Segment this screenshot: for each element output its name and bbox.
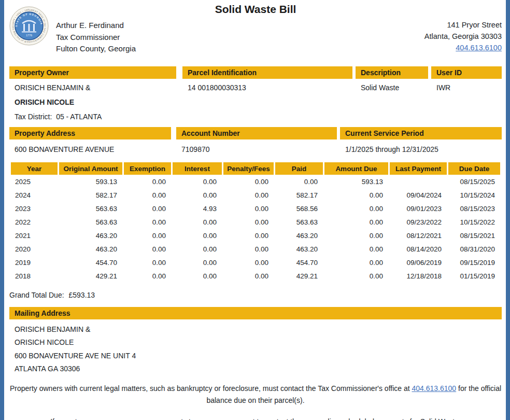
table-cell: 10/15/2022 xyxy=(448,215,500,229)
table-cell: 09/01/2023 xyxy=(390,202,447,215)
header: Solid Waste Bill GREAT SEAL of the TAX C… xyxy=(9,0,502,58)
table-cell: 0.00 xyxy=(124,188,171,202)
right-frame-stripe xyxy=(506,0,510,420)
address-section-values: 600 BONAVENTURE AVENUE 7109870 1/1/2025 … xyxy=(9,145,502,153)
legal-notice: Property owners with current legal matte… xyxy=(9,383,502,407)
table-cell: 08/12/2021 xyxy=(390,229,447,242)
table-cell: 0.00 xyxy=(173,175,222,188)
legal-notice-phone-link[interactable]: 404.613.6100 xyxy=(412,384,457,393)
table-cell: 0.00 xyxy=(324,188,388,202)
col-last-payment: Last Payment xyxy=(390,162,447,175)
table-cell: 563.63 xyxy=(59,215,122,229)
table-cell: 582.17 xyxy=(275,188,323,202)
col-interest: Interest xyxy=(173,162,222,175)
left-frame-stripe xyxy=(0,0,4,420)
table-cell: 582.17 xyxy=(59,188,122,202)
table-cell: 0.00 xyxy=(223,229,274,242)
parcel-id-value: 14 001800030313 xyxy=(188,83,352,92)
office-street: 141 Pryor Street xyxy=(424,19,502,31)
bill-table-header-row: Year Original Amount Exemption Interest … xyxy=(11,162,500,175)
table-cell: 2022 xyxy=(11,215,58,229)
table-cell: 09/15/2019 xyxy=(448,256,500,269)
office-city: Atlanta, Georgia 30303 xyxy=(424,31,502,42)
table-cell: 429.21 xyxy=(275,269,323,283)
table-row: 2024582.170.000.000.00582.170.0009/04/20… xyxy=(11,188,500,202)
county-seal-icon: GREAT SEAL of the TAX COMMISSIONER of FU… xyxy=(9,6,49,46)
grand-total-label: Grand Total Due: xyxy=(9,291,64,299)
account-number-value: 7109870 xyxy=(176,145,337,153)
property-address-header: Property Address xyxy=(9,127,171,139)
service-period-header: Current Service Period xyxy=(340,127,502,139)
table-cell: 0.00 xyxy=(173,215,222,229)
col-original-amount: Original Amount xyxy=(59,162,122,175)
table-row: 2025593.130.000.000.000.00593.1308/15/20… xyxy=(11,175,500,188)
table-cell: 568.56 xyxy=(275,202,323,215)
table-cell: 429.21 xyxy=(59,269,122,283)
mailing-line: ORISICH NICOLE xyxy=(15,339,502,346)
col-penalty-fees: Penalty/Fees xyxy=(223,162,274,175)
col-exemption: Exemption xyxy=(124,162,171,175)
tax-district: Tax District: 05 - ATLANTA xyxy=(15,113,176,121)
table-row: 2019454.700.000.000.00454.700.0009/06/20… xyxy=(11,256,500,269)
table-cell: 08/15/2023 xyxy=(448,202,500,215)
table-cell: 08/14/2020 xyxy=(390,242,447,256)
table-cell: 0.00 xyxy=(223,242,274,256)
mailing-line: ORISICH BENJAMIN & xyxy=(15,326,502,333)
table-cell: 463.20 xyxy=(59,229,122,242)
table-cell: 2023 xyxy=(11,202,58,215)
col-paid: Paid xyxy=(275,162,323,175)
table-cell: 0.00 xyxy=(223,202,274,215)
table-cell: 08/31/2020 xyxy=(448,242,500,256)
table-cell: 09/04/2024 xyxy=(390,188,447,202)
table-cell: 2024 xyxy=(11,188,58,202)
commissioner-header: GREAT SEAL of the TAX COMMISSIONER of FU… xyxy=(9,6,136,55)
table-cell: 09/23/2022 xyxy=(390,215,447,229)
table-cell: 0.00 xyxy=(275,175,323,188)
user-id-header: User ID xyxy=(431,66,502,79)
table-cell: 454.70 xyxy=(59,256,122,269)
table-cell: 0.00 xyxy=(223,215,274,229)
table-cell: 10/15/2024 xyxy=(448,188,500,202)
table-cell: 2019 xyxy=(11,256,58,269)
table-row: 2018429.210.000.000.00429.210.0012/18/20… xyxy=(11,269,500,283)
table-cell: 0.00 xyxy=(324,202,388,215)
user-id-value: IWR xyxy=(436,83,502,92)
col-amount-due: Amount Due xyxy=(324,162,388,175)
table-cell: 0.00 xyxy=(223,175,274,188)
table-cell: 0.00 xyxy=(223,256,274,269)
bill-table-body: 2025593.130.000.000.000.00593.1308/15/20… xyxy=(11,175,500,283)
office-address: 141 Pryor Street Atlanta, Georgia 30303 … xyxy=(424,19,502,53)
table-cell: 0.00 xyxy=(324,269,388,283)
table-cell: 0.00 xyxy=(324,215,388,229)
col-year: Year xyxy=(11,162,58,175)
table-cell: 463.20 xyxy=(275,229,323,242)
table-cell: 0.00 xyxy=(173,242,222,256)
table-cell: 463.20 xyxy=(59,242,122,256)
table-cell: 563.63 xyxy=(59,202,122,215)
table-cell: 0.00 xyxy=(173,188,222,202)
solid-waste-bill-page: Solid Waste Bill GREAT SEAL of the TAX C… xyxy=(0,0,510,420)
owner-section-values: ORISICH BENJAMIN & ORISICH NICOLE Tax Di… xyxy=(9,79,502,127)
description-header: Description xyxy=(356,66,428,79)
table-cell: 0.00 xyxy=(124,269,171,283)
account-number-header: Account Number xyxy=(176,127,337,139)
owner-section-headers: Property Owner Parcel Identification Des… xyxy=(9,66,502,79)
table-cell: 0.00 xyxy=(124,215,171,229)
table-cell: 593.13 xyxy=(59,175,122,188)
property-address-value: 600 BONAVENTURE AVENUE xyxy=(9,145,171,153)
bill-table: Year Original Amount Exemption Interest … xyxy=(9,162,502,283)
table-cell: 463.20 xyxy=(275,242,323,256)
address-section-headers: Property Address Account Number Current … xyxy=(9,127,502,139)
table-cell: 0.00 xyxy=(173,229,222,242)
table-cell: 0.00 xyxy=(324,229,388,242)
table-cell: 0.00 xyxy=(223,188,274,202)
table-cell: 0.00 xyxy=(124,175,171,188)
property-owner-header: Property Owner xyxy=(9,66,176,79)
grand-total: Grand Total Due: £593.13 xyxy=(9,291,502,299)
parcel-identification-header: Parcel Identification xyxy=(182,66,352,79)
table-cell: 2025 xyxy=(11,175,58,188)
table-cell: 01/15/2019 xyxy=(448,269,500,283)
table-cell: 0.00 xyxy=(324,256,388,269)
mailing-line: ATLANTA GA 30306 xyxy=(15,365,502,372)
office-phone-link[interactable]: 404.613.6100 xyxy=(456,44,502,52)
